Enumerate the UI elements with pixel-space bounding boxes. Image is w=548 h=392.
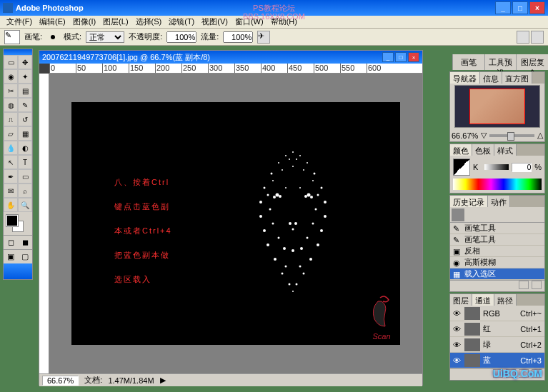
heal-tool[interactable]: ◍	[4, 98, 18, 112]
zoom-display[interactable]: 66.67%	[42, 376, 79, 386]
history-item[interactable]: ✎画笔工具	[450, 223, 544, 234]
k-value[interactable]: 0	[512, 163, 532, 172]
visibility-icon[interactable]: 👁	[453, 309, 462, 318]
trash-icon[interactable]	[532, 369, 542, 378]
notes-tool[interactable]: ✉	[4, 184, 18, 198]
tab-actions[interactable]: 动作	[488, 196, 510, 207]
document-titlebar[interactable]: 20076211949773706[1].jpg @ 66.7%(蓝 副本/8)…	[39, 51, 422, 64]
menu-layer[interactable]: 图层(L)	[99, 16, 131, 27]
tab-info[interactable]: 信息	[480, 72, 502, 84]
history-item[interactable]: ◉高斯模糊	[450, 257, 544, 268]
imageready-icon[interactable]	[4, 263, 32, 279]
minimize-button[interactable]: _	[495, 1, 511, 14]
canvas[interactable]: 八、按着Ctrl 键点击蓝色副 本或者Ctrl+4 把蓝色副本做 选区载入	[49, 74, 422, 373]
doc-maximize-button[interactable]: □	[395, 52, 407, 62]
screen-mode-2-icon[interactable]: ▢	[18, 249, 32, 263]
standard-mode-icon[interactable]: ◻	[4, 235, 18, 249]
channel-item[interactable]: 👁RGBCtrl+~	[450, 306, 544, 321]
gradient-tool[interactable]: ▦	[18, 126, 32, 141]
flow-input[interactable]	[223, 31, 253, 43]
history-item[interactable]: ▣反相	[450, 246, 544, 257]
brush-tool[interactable]: ✎	[18, 98, 32, 112]
tab-brushes[interactable]: 画笔	[452, 54, 484, 70]
palette-well-icon[interactable]	[517, 31, 529, 44]
marquee-tool[interactable]: ▭	[4, 55, 18, 69]
history-item[interactable]: ✎画笔工具	[450, 234, 544, 246]
menu-view[interactable]: 视图(V)	[198, 16, 231, 27]
tool-preset-icon[interactable]: ✎	[4, 30, 20, 44]
airbrush-icon[interactable]: ✈	[257, 31, 270, 44]
channel-item[interactable]: 👁绿Ctrl+2	[450, 337, 544, 353]
menu-file[interactable]: 文件(F)	[3, 16, 36, 27]
type-tool[interactable]: T	[18, 155, 32, 169]
eyedropper-tool[interactable]: ⌕	[18, 184, 32, 198]
path-tool[interactable]: ↖	[4, 155, 18, 169]
dodge-tool[interactable]: ◐	[18, 141, 32, 155]
stamp-tool[interactable]: ⎍	[4, 112, 18, 126]
crop-tool[interactable]: ✂	[4, 84, 18, 98]
zoom-slider[interactable]	[489, 134, 534, 137]
tab-tool-presets[interactable]: 工具预设	[484, 54, 517, 70]
pen-tool[interactable]: ✒	[4, 169, 18, 184]
tab-color[interactable]: 颜色	[450, 144, 472, 156]
tab-layers[interactable]: 图层	[450, 294, 472, 306]
maximize-button[interactable]: □	[512, 1, 528, 14]
zoom-tool[interactable]: 🔍	[18, 198, 32, 212]
hand-tool[interactable]: ✋	[4, 198, 18, 212]
save-selection-icon[interactable]	[506, 369, 516, 378]
menu-window[interactable]: 窗口(W)	[231, 16, 267, 27]
menu-edit[interactable]: 编辑(E)	[36, 16, 69, 27]
load-selection-icon[interactable]	[493, 369, 503, 378]
navigator-zoom[interactable]: 66.67%	[452, 131, 478, 140]
status-arrow-icon[interactable]: ▶	[160, 376, 166, 385]
blur-tool[interactable]: 💧	[4, 141, 18, 155]
color-spectrum[interactable]	[453, 179, 542, 190]
new-snapshot-icon[interactable]	[519, 281, 529, 289]
lasso-tool[interactable]: ◉	[4, 69, 18, 84]
wand-tool[interactable]: ✦	[18, 69, 32, 84]
history-brush-tool[interactable]: ↺	[18, 112, 32, 126]
visibility-icon[interactable]: 👁	[453, 341, 462, 349]
zoom-in-icon[interactable]: △	[537, 131, 543, 140]
svg-point-12	[324, 215, 327, 218]
channel-item[interactable]: 👁蓝Ctrl+3	[450, 353, 544, 368]
history-item[interactable]: ▦载入选区	[450, 268, 544, 280]
move-tool[interactable]: ✥	[18, 55, 32, 69]
foreground-color[interactable]	[6, 215, 18, 226]
navigator-thumbnail[interactable]	[454, 85, 540, 128]
close-button[interactable]: ×	[529, 1, 545, 14]
tab-channels[interactable]: 通道	[472, 294, 494, 306]
channel-item[interactable]: 👁红Ctrl+1	[450, 321, 544, 337]
mode-select[interactable]: 正常	[86, 31, 124, 43]
doc-minimize-button[interactable]: _	[382, 52, 394, 62]
menu-filter[interactable]: 滤镜(T)	[165, 16, 198, 27]
brush-preview-icon[interactable]	[51, 35, 55, 39]
doc-close-button[interactable]: ×	[408, 52, 419, 62]
tab-layer-comps[interactable]: 图层复合	[516, 54, 548, 70]
menu-image[interactable]: 图像(I)	[69, 16, 99, 27]
visibility-icon[interactable]: 👁	[453, 325, 462, 333]
tab-paths[interactable]: 路径	[494, 294, 517, 306]
tab-styles[interactable]: 样式	[494, 144, 517, 156]
tab-navigator[interactable]: 导航器	[450, 72, 480, 84]
shape-tool[interactable]: ▭	[18, 169, 32, 184]
tab-histogram[interactable]: 直方图	[502, 72, 532, 84]
history-snapshot[interactable]	[450, 207, 544, 223]
slice-tool[interactable]: ▤	[18, 84, 32, 98]
trash-icon[interactable]	[532, 281, 542, 289]
zoom-out-icon[interactable]: ▽	[481, 131, 487, 140]
menu-select[interactable]: 选择(S)	[132, 16, 166, 27]
color-swatch-icon[interactable]	[453, 159, 470, 176]
dock-icon[interactable]	[531, 31, 544, 44]
eraser-tool[interactable]: ▱	[4, 126, 18, 141]
tab-history[interactable]: 历史记录	[450, 196, 488, 207]
tab-swatches[interactable]: 色板	[472, 144, 494, 156]
opacity-input[interactable]	[166, 31, 196, 43]
k-slider[interactable]	[484, 164, 509, 170]
quickmask-mode-icon[interactable]: ◼	[18, 235, 32, 249]
screen-mode-1-icon[interactable]: ▣	[4, 249, 18, 263]
visibility-icon[interactable]: 👁	[453, 356, 462, 365]
new-channel-icon[interactable]	[519, 369, 529, 378]
menu-help[interactable]: 帮助(H)	[267, 16, 301, 27]
color-swatches[interactable]	[4, 212, 32, 235]
